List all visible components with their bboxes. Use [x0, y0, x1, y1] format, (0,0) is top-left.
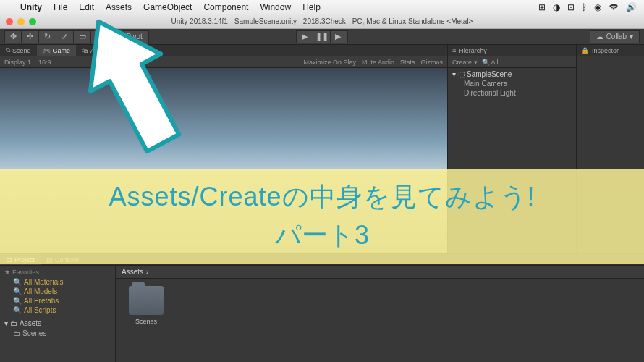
pivot-toggle[interactable]: ▪ Pivot: [114, 30, 149, 43]
folder-label: Scenes: [123, 318, 169, 325]
favorite-item[interactable]: 🔍All Prefabs: [0, 296, 115, 306]
menu-window[interactable]: Window: [254, 2, 297, 12]
tray-icon[interactable]: ◉: [594, 2, 601, 12]
maximize-on-play[interactable]: Maximize On Play: [303, 59, 356, 66]
unity-icon: ⬚: [458, 70, 465, 78]
inspector-tab[interactable]: 🔒 Inspector: [577, 45, 644, 56]
node-label: Main Camera: [464, 80, 507, 88]
star-icon: ★: [4, 269, 10, 276]
unity-toolbar: ✥ ✢ ↻ ⤢ ▭ ⊕ ▪ Pivot ▶ ❚❚ ▶| ☁ Collab ▾: [0, 29, 644, 45]
window-title: Unity 2018.3.14f1 - SampleScene.unity - …: [171, 17, 473, 25]
gameobject-node[interactable]: Main Camera: [448, 79, 576, 88]
node-label: Directional Light: [464, 89, 516, 97]
scene-node[interactable]: ▾⬚SampleScene: [448, 70, 576, 79]
favorite-item[interactable]: 🔍All Materials: [0, 277, 115, 287]
tray-icon[interactable]: ⊡: [567, 2, 575, 12]
search-icon: 🔍: [13, 287, 22, 295]
menu-gameobject[interactable]: GameObject: [137, 2, 198, 12]
collab-label: Collab: [606, 33, 627, 41]
aspect-dropdown[interactable]: 16:9: [38, 59, 51, 66]
menu-edit[interactable]: Edit: [73, 2, 100, 12]
favorite-item[interactable]: 🔍All Scripts: [0, 306, 115, 315]
bluetooth-icon[interactable]: ᛒ: [582, 2, 587, 12]
menu-file[interactable]: File: [48, 2, 73, 12]
gameobject-node[interactable]: Directional Light: [448, 88, 576, 98]
collab-button[interactable]: ☁ Collab ▾: [590, 30, 640, 43]
node-label: SampleScene: [467, 70, 512, 78]
hand-tool[interactable]: ✥: [4, 30, 22, 43]
assets-header[interactable]: ▾🗀Assets: [0, 318, 115, 329]
tab-label: Game: [53, 47, 71, 54]
tab-game[interactable]: 🎮Game: [37, 45, 77, 56]
folder-item[interactable]: Scenes: [123, 286, 169, 325]
project-panel: 🗀Project ▤Console ★Favorites 🔍All Materi…: [0, 253, 644, 362]
tray-icon[interactable]: ◑: [553, 2, 560, 12]
rect-tool[interactable]: ▭: [74, 30, 91, 43]
favorites-header[interactable]: ★Favorites: [0, 267, 115, 277]
search-icon: 🔍: [13, 297, 22, 305]
minimize-button[interactable]: [17, 18, 25, 25]
move-tool[interactable]: ✢: [22, 30, 39, 43]
search-icon: 🔍: [13, 278, 22, 286]
mute-audio[interactable]: Mute Audio: [362, 59, 394, 66]
item-label: Scenes: [22, 329, 46, 337]
wifi-icon[interactable]: [609, 4, 619, 11]
game-icon: 🎮: [43, 47, 51, 54]
maximize-button[interactable]: [29, 18, 36, 25]
mac-tray: ⊞ ◑ ⊡ ᛒ ◉ 🔊: [538, 2, 644, 12]
close-button[interactable]: [6, 18, 13, 25]
window-titlebar: Unity 2018.3.14f1 - SampleScene.unity - …: [0, 14, 644, 29]
search-field[interactable]: 🔍 All: [482, 59, 499, 66]
project-main: Assets› Scenes: [116, 266, 644, 362]
tray-icon[interactable]: ⊞: [538, 2, 546, 12]
tab-asset-store[interactable]: 🛍Asset Store: [76, 45, 130, 56]
foldout-icon: ▾: [452, 70, 456, 78]
breadcrumb[interactable]: Assets›: [116, 266, 644, 279]
header-label: Favorites: [12, 269, 39, 276]
menu-app[interactable]: Unity: [14, 2, 48, 12]
gizmos-dropdown[interactable]: Gizmos: [420, 59, 443, 66]
transform-tools: ✥ ✢ ↻ ⤢ ▭ ⊕: [4, 30, 109, 43]
overlay-line2: パート3: [7, 218, 637, 253]
pause-button[interactable]: ❚❚: [313, 30, 331, 43]
pivot-icon: ▪: [121, 33, 124, 41]
create-dropdown[interactable]: Create ▾: [452, 59, 478, 66]
store-icon: 🛍: [82, 47, 88, 54]
viewport-tabs: ⧉Scene 🎮Game 🛍Asset Store: [0, 45, 447, 56]
rotate-tool[interactable]: ↻: [39, 30, 56, 43]
lock-icon[interactable]: 🔒: [581, 47, 589, 54]
foldout-icon: ▾: [4, 319, 8, 327]
stats-toggle[interactable]: Stats: [400, 59, 415, 66]
menu-component[interactable]: Component: [198, 2, 254, 12]
chevron-down-icon: ▾: [630, 33, 633, 41]
favorite-item[interactable]: 🔍All Models: [0, 287, 115, 296]
game-toolbar: Display 1 16:9 Maximize On Play Mute Aud…: [0, 56, 447, 68]
menu-assets[interactable]: Assets: [100, 2, 137, 12]
traffic-lights: [0, 18, 36, 25]
mac-menubar: Unity File Edit Assets GameObject Compon…: [0, 0, 644, 14]
item-label: All Scripts: [24, 306, 56, 314]
volume-icon[interactable]: 🔊: [626, 2, 637, 12]
play-controls: ▶ ❚❚ ▶|: [296, 30, 348, 43]
scale-tool[interactable]: ⤢: [56, 30, 74, 43]
hierarchy-toolbar: Create ▾ 🔍 All: [448, 56, 576, 68]
tab-scene[interactable]: ⧉Scene: [0, 45, 37, 56]
panel-label: Hierarchy: [459, 47, 487, 54]
project-sidebar: ★Favorites 🔍All Materials 🔍All Models 🔍A…: [0, 266, 116, 362]
folder-grid: Scenes: [116, 279, 644, 332]
play-button[interactable]: ▶: [296, 30, 313, 43]
folder-item[interactable]: 🗀Scenes: [0, 329, 115, 338]
menu-help[interactable]: Help: [297, 2, 326, 12]
hierarchy-tab[interactable]: ≡ Hierarchy: [448, 45, 576, 56]
folder-icon: 🗀: [13, 329, 20, 337]
display-dropdown[interactable]: Display 1: [4, 59, 31, 66]
transform-tool[interactable]: ⊕: [91, 30, 109, 43]
tab-label: Scene: [12, 47, 31, 54]
annotation-text: Assets/Createの中身を見てみよう! パート3: [0, 169, 644, 264]
overlay-line1: Assets/Createの中身を見てみよう!: [7, 180, 637, 215]
folder-icon: 🗀: [10, 319, 17, 327]
cloud-icon: ☁: [596, 33, 603, 41]
scene-icon: ⧉: [6, 46, 10, 54]
step-button[interactable]: ▶|: [331, 30, 348, 43]
header-label: Assets: [20, 319, 41, 327]
